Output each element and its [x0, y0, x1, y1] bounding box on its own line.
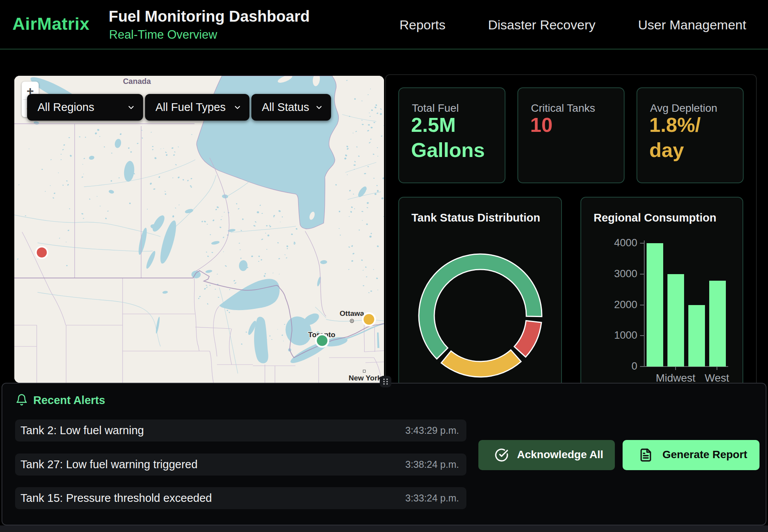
svg-text:Canada: Canada — [123, 77, 151, 85]
svg-text:West: West — [705, 372, 729, 384]
svg-text:4000: 4000 — [614, 237, 637, 249]
svg-text:Midwest: Midwest — [656, 372, 696, 384]
svg-text:1000: 1000 — [614, 329, 637, 341]
svg-text:0: 0 — [631, 360, 637, 372]
svg-text:New York: New York — [349, 374, 382, 382]
svg-text:Ottawa: Ottawa — [340, 309, 364, 317]
svg-text:2000: 2000 — [614, 299, 637, 310]
svg-text:3000: 3000 — [614, 268, 637, 280]
